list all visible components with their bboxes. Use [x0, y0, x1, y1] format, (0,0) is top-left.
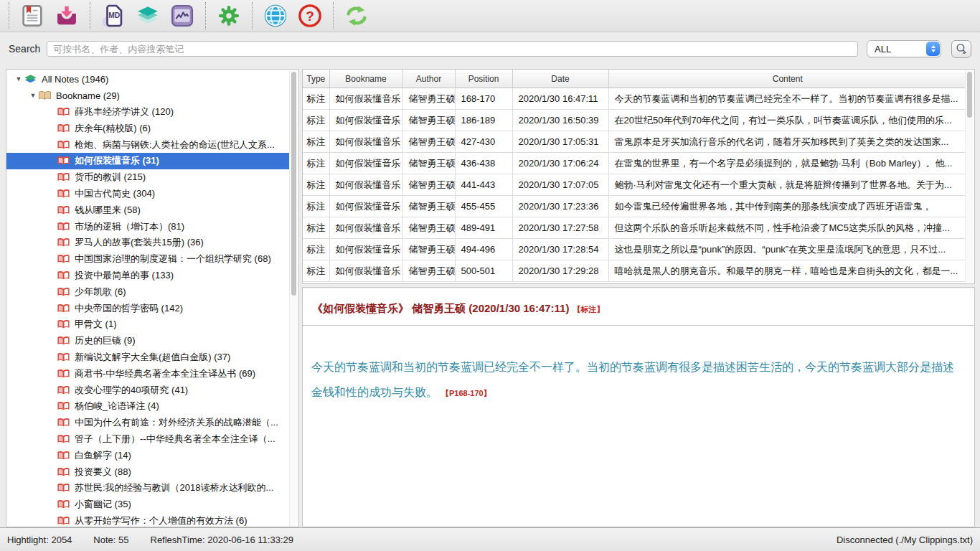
sidebar-scrollbar[interactable]	[289, 70, 298, 526]
cell-content: 这也是朋克之所以是“punk”的原因。“punk”在英文里是流氓阿飞的意思，只不…	[608, 239, 966, 260]
tree-item-book[interactable]: 市场的逻辑（增订本）(81)	[6, 218, 289, 235]
cell-position: 436-438	[455, 153, 512, 174]
layers-button[interactable]	[134, 2, 161, 29]
cell-date: 2020/1/30 17:07:05	[512, 174, 608, 196]
table-row[interactable]: 标注如何假装懂音乐储智勇王硕186-1892020/1/30 16:50:39在…	[303, 110, 966, 131]
tree-item-book[interactable]: 历史的巨镜 (9)	[6, 333, 289, 349]
sidebar-scrollbar-thumb[interactable]	[291, 72, 296, 296]
tree-item-book[interactable]: 少年凯歌 (6)	[6, 283, 289, 300]
cell-author: 储智勇王硕	[402, 131, 455, 153]
search-button[interactable]	[951, 40, 971, 58]
tree-item-book[interactable]: 小窗幽记 (35)	[6, 496, 289, 513]
tree-item-book[interactable]: 投资中最简单的事 (133)	[6, 268, 289, 284]
tree-item-label: 少年凯歌 (6)	[75, 286, 126, 298]
book-icon	[57, 253, 70, 265]
tree-item-label: 管子（上下册）--中华经典名著全本全注全译（...	[75, 433, 275, 446]
tree-item-book[interactable]: 改变心理学的40项研究 (41)	[6, 382, 289, 398]
notes-table-panel: TypeBooknameAuthorPositionDateContent 标注…	[302, 69, 975, 284]
detail-type-tag: 【标注】	[573, 305, 604, 314]
cell-content: 但这两个乐队的音乐听起来截然不同，性手枪沿袭了MC5这类乐队的风格，冲撞...	[608, 217, 966, 239]
markdown-export-button[interactable]: MD	[100, 2, 127, 29]
tree-item-book[interactable]: 货币的教训 (215)	[6, 169, 289, 186]
help-button[interactable]: ?	[296, 2, 324, 29]
layers-icon	[136, 5, 160, 27]
detail-divider	[303, 325, 974, 326]
toolbar-separator	[205, 2, 206, 29]
tree-item-book[interactable]: 中央帝国的哲学密码 (142)	[6, 300, 289, 316]
tree-item-book[interactable]: 如何假装懂音乐 (31)	[6, 153, 289, 169]
statistics-button[interactable]	[169, 2, 196, 29]
column-header-date[interactable]: Date	[512, 70, 608, 88]
tree-item-book[interactable]: 中国为什么有前途：对外经济关系的战略潜能（...	[6, 415, 289, 431]
cell-type: 标注	[303, 196, 329, 217]
tree-item-book[interactable]: 甲骨文 (1)	[6, 316, 289, 333]
tree-item-book[interactable]: 商君书-中华经典名著全本全注全译丛书 (69)	[6, 365, 289, 382]
cell-type: 标注	[303, 131, 329, 153]
refresh-button[interactable]	[343, 2, 370, 29]
tree-item-book[interactable]: 罗马人的故事(套装共15册) (36)	[6, 235, 289, 251]
cell-type: 标注	[303, 217, 329, 239]
tree-root-all-notes[interactable]: ▼All Notes (1946)	[6, 71, 289, 88]
tree-item-label: 苏世民:我的经验与教训（2018读桥水达利欧的...	[75, 481, 273, 494]
tree-group-bookname[interactable]: ▼Bookname (29)	[6, 88, 289, 104]
tree-item-book[interactable]: 管子（上下册）--中华经典名著全本全注全译（...	[6, 431, 289, 448]
cell-position: 441-443	[455, 174, 512, 196]
tree-item-book[interactable]: 白鱼解字 (14)	[6, 447, 289, 463]
table-row[interactable]: 标注如何假装懂音乐储智勇王硕455-4552020/1/30 17:23:36如…	[303, 196, 966, 217]
cell-content: 雷鬼原本是牙买加流行音乐的代名词，随着牙买加移民到了英美之类的发达国家...	[608, 131, 966, 153]
book-icon	[57, 303, 70, 314]
notes-document-button[interactable]	[19, 2, 46, 29]
tree-item-book[interactable]: 苏世民:我的经验与教训（2018读桥水达利欧的...	[6, 480, 289, 496]
column-header-author[interactable]: Author	[402, 70, 455, 88]
tree-item-label: 中国国家治理的制度逻辑：一个组织学研究 (68)	[75, 253, 271, 265]
tree-item-book[interactable]: 薛兆丰经济学讲义 (120)	[6, 104, 289, 121]
search-label: Search	[9, 43, 40, 55]
tree-item-book[interactable]: 新编说文解字大全集(超值白金版) (37)	[6, 349, 289, 366]
column-header-type[interactable]: Type	[303, 70, 329, 88]
import-button[interactable]	[53, 2, 80, 29]
table-row[interactable]: 标注如何假装懂音乐储智勇王硕427-4302020/1/30 17:05:31雷…	[303, 131, 966, 153]
tree-item-label: 中央帝国的哲学密码 (142)	[75, 302, 183, 315]
cell-author: 储智勇王硕	[402, 260, 455, 282]
cell-type: 标注	[303, 153, 329, 174]
notes-table: TypeBooknameAuthorPositionDateContent 标注…	[303, 70, 966, 282]
search-input[interactable]	[47, 41, 858, 57]
table-row[interactable]: 标注如何假装懂音乐储智勇王硕500-5012020/1/30 17:29:28嘻…	[303, 260, 966, 282]
statistics-chart-icon	[171, 4, 194, 27]
tree-item-book[interactable]: 投资要义 (88)	[6, 463, 289, 480]
tree-item-label: 投资中最简单的事 (133)	[75, 269, 174, 282]
markdown-file-icon: MD	[102, 4, 125, 28]
tree-item-book[interactable]: 从零开始学写作：个人增值的有效方法 (6)	[6, 513, 289, 527]
note-detail-panel: 《如何假装懂音乐》 储智勇王硕 (2020/1/30 16:47:11)【标注】…	[302, 287, 975, 527]
column-header-content[interactable]: Content	[608, 70, 966, 88]
table-row[interactable]: 标注如何假装懂音乐储智勇王硕168-1702020/1/30 16:47:11今…	[303, 88, 966, 110]
table-scrollbar[interactable]	[965, 70, 974, 283]
book-icon	[57, 417, 70, 428]
disclosure-triangle[interactable]: ▼	[28, 92, 38, 99]
tree-item-label: 杨伯峻_论语译注 (4)	[75, 400, 159, 413]
tree-item-book[interactable]: 枪炮、病菌与钢铁:人类社会的命运(世纪人文系...	[6, 136, 289, 153]
disclosure-triangle[interactable]: ▼	[14, 75, 24, 83]
tree-item-book[interactable]: 钱从哪里来 (58)	[6, 202, 289, 218]
table-row[interactable]: 标注如何假装懂音乐储智勇王硕441-4432020/1/30 17:07:05鲍…	[303, 174, 966, 196]
book-icon	[57, 385, 70, 396]
tree-item-book[interactable]: 庆余年(精校版) (6)	[6, 120, 289, 136]
tree-item-book[interactable]: 中国国家治理的制度逻辑：一个组织学研究 (68)	[6, 251, 289, 268]
sidebar: ▼All Notes (1946)▼Bookname (29)薛兆丰经济学讲义 …	[6, 69, 299, 527]
table-row[interactable]: 标注如何假装懂音乐储智勇王硕494-4962020/1/30 17:28:54这…	[303, 239, 966, 260]
table-row[interactable]: 标注如何假装懂音乐储智勇王硕436-4382020/1/30 17:06:24在…	[303, 153, 966, 174]
tree-item-label: 钱从哪里来 (58)	[75, 204, 141, 217]
tree-item-book[interactable]: 中国古代简史 (304)	[6, 186, 289, 202]
website-button[interactable]	[262, 2, 289, 29]
settings-button[interactable]	[215, 2, 242, 29]
filter-select[interactable]: ALL	[867, 40, 941, 57]
column-header-position[interactable]: Position	[455, 70, 512, 88]
cell-bookname: 如何假装懂音乐	[329, 217, 402, 239]
table-scrollbar-thumb[interactable]	[967, 72, 972, 118]
column-header-bookname[interactable]: Bookname	[329, 70, 402, 88]
tree-item-label: 薛兆丰经济学讲义 (120)	[75, 105, 174, 118]
table-row[interactable]: 标注如何假装懂音乐储智勇王硕489-4912020/1/30 17:27:58但…	[303, 217, 966, 239]
tree-item-label: 中国为什么有前途：对外经济关系的战略潜能（...	[75, 416, 278, 429]
tree-item-label: 白鱼解字 (14)	[75, 449, 131, 462]
tree-item-book[interactable]: 杨伯峻_论语译注 (4)	[6, 398, 289, 415]
